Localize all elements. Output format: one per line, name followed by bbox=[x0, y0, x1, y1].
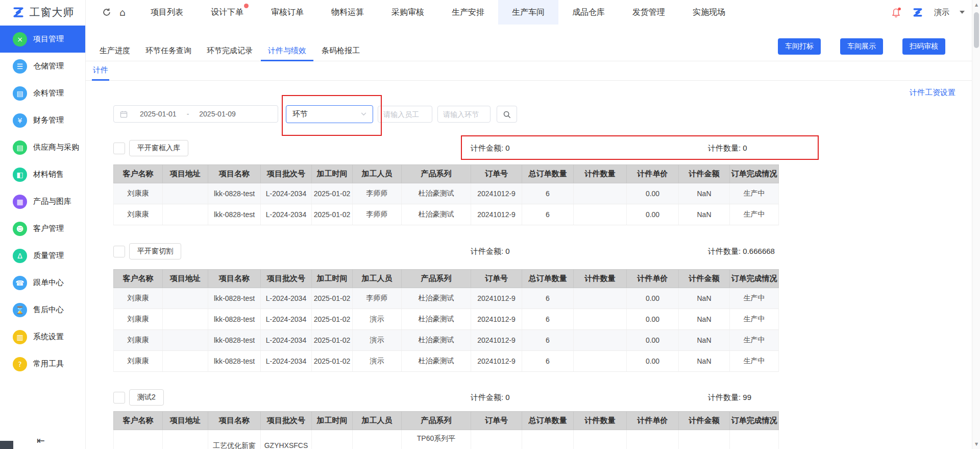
column-header: 订单号 bbox=[471, 412, 522, 430]
user-avatar[interactable] bbox=[912, 6, 924, 18]
nav-item-project-list[interactable]: 项目列表 bbox=[137, 0, 197, 25]
piecework-table-1: 客户名称项目地址项目名称项目批次号加工时间加工人员产品系列订单号总订单数量计件数… bbox=[113, 164, 779, 225]
tab-production-progress[interactable]: 生产进度 bbox=[92, 42, 137, 61]
sidebar-item-order-tracking[interactable]: ☎跟单中心 bbox=[0, 269, 85, 296]
date-separator: - bbox=[187, 110, 189, 118]
table-cell: 6 bbox=[522, 204, 574, 225]
collapse-sidebar-icon[interactable]: ⇤ bbox=[37, 435, 45, 446]
table-cell: 杜治豪测试 bbox=[402, 288, 471, 309]
nav-item-review-order[interactable]: 审核订单 bbox=[257, 0, 317, 25]
table-cell: lkk-0828-test bbox=[208, 309, 261, 330]
piece-qty-stat: 计件数量: 99 bbox=[708, 387, 751, 408]
group-button-test2[interactable]: 测试2 bbox=[129, 389, 164, 406]
sidebar-item-surplus-material[interactable]: ▤余料管理 bbox=[0, 80, 85, 107]
action-button-workshop-display[interactable]: 车间展示 bbox=[840, 38, 883, 55]
finance-management-icon: ¥ bbox=[13, 113, 27, 128]
sidebar-item-quality-management[interactable]: Δ质量管理 bbox=[0, 242, 85, 269]
nav-item-purchase-review[interactable]: 采购审核 bbox=[378, 0, 438, 25]
supplier-purchase-icon: ▤ bbox=[13, 140, 27, 155]
group-checkbox[interactable] bbox=[113, 143, 125, 154]
sidebar-item-common-tools[interactable]: ?常用工具 bbox=[0, 350, 85, 377]
table-cell: 杜治豪测试 bbox=[402, 309, 471, 330]
sidebar-item-customer-management[interactable]: ☻客户管理 bbox=[0, 215, 85, 242]
tab-piecework[interactable]: 计件 bbox=[92, 61, 109, 81]
user-name[interactable]: 演示 bbox=[934, 8, 949, 17]
sidebar-item-finance-management[interactable]: ¥财务管理 bbox=[0, 107, 85, 134]
table-cell: lkk-0828-test bbox=[208, 204, 261, 225]
sidebar-item-label: 仓储管理 bbox=[33, 61, 64, 71]
tab-barcode-gun-report[interactable]: 条码枪报工 bbox=[314, 42, 367, 61]
chevron-down-icon[interactable] bbox=[960, 11, 965, 14]
stage-input[interactable] bbox=[437, 106, 491, 123]
nav-item-production-schedule[interactable]: 生产安排 bbox=[438, 0, 498, 25]
nav-item-finished-warehouse[interactable]: 成品仓库 bbox=[558, 0, 619, 25]
sidebar-item-warehouse-management[interactable]: ☰仓储管理 bbox=[0, 53, 85, 80]
column-header: 订单完成情况 bbox=[730, 270, 779, 288]
table-cell: 刘康康 bbox=[114, 288, 163, 309]
action-button-scan-review[interactable]: 扫码审核 bbox=[902, 38, 945, 55]
table-cell bbox=[574, 204, 627, 225]
table-cell: 20241012-9 bbox=[471, 330, 522, 351]
table-cell bbox=[163, 430, 208, 449]
column-header: 计件金额 bbox=[679, 165, 730, 183]
table-cell: 杜治豪测试 bbox=[402, 330, 471, 351]
product-gallery-icon: ▦ bbox=[13, 195, 27, 209]
table-cell: 生产中 bbox=[730, 204, 779, 225]
action-buttons: 车间打标车间展示扫码审核 bbox=[778, 38, 945, 55]
sidebar-item-system-settings[interactable]: ▥系统设置 bbox=[0, 323, 85, 350]
group-button-frame-inbound[interactable]: 平开窗框入库 bbox=[129, 140, 188, 156]
nav-item-implementation-site[interactable]: 实施现场 bbox=[679, 0, 739, 25]
table-cell bbox=[574, 330, 627, 351]
search-button[interactable] bbox=[497, 106, 517, 123]
table-cell: 6 bbox=[522, 351, 574, 372]
sidebar-item-project-management[interactable]: ×项目管理 bbox=[0, 26, 85, 53]
tab-piecework-performance[interactable]: 计件与绩效 bbox=[261, 42, 313, 61]
column-header: 总订单数量 bbox=[522, 165, 574, 183]
scrollbar-thumb[interactable] bbox=[974, 12, 979, 48]
nav-item-label: 发货管理 bbox=[632, 7, 665, 18]
nav-item-material-calculation[interactable]: 物料运算 bbox=[317, 0, 378, 25]
table-cell bbox=[163, 183, 208, 204]
table-cell: 演示 bbox=[353, 330, 402, 351]
group-button-cutting[interactable]: 平开窗切割 bbox=[129, 243, 181, 259]
action-button-workshop-marking[interactable]: 车间打标 bbox=[778, 38, 821, 55]
sidebar-item-product-gallery[interactable]: ▦产品与图库 bbox=[0, 188, 85, 215]
tab-stage-task-query[interactable]: 环节任务查询 bbox=[138, 42, 199, 61]
scroll-down-icon[interactable]: ▼ bbox=[972, 442, 980, 446]
table-cell bbox=[574, 430, 627, 449]
tab-stage-finish-record[interactable]: 环节完成记录 bbox=[200, 42, 260, 61]
vertical-scrollbar[interactable]: ▲ ▼ bbox=[972, 0, 980, 449]
table-cell bbox=[163, 351, 208, 372]
group-header-2: 平开窗切割 计件金额: 0 计件数量: 0.666668 bbox=[113, 241, 778, 262]
date-start-value[interactable]: 2025-01-01 bbox=[140, 110, 177, 118]
table-cell: 20241012-9 bbox=[471, 309, 522, 330]
date-end-value[interactable]: 2025-01-09 bbox=[199, 110, 236, 118]
date-range-picker[interactable]: 2025-01-01 - 2025-01-09 bbox=[113, 105, 278, 123]
nav-item-shipping-management[interactable]: 发货管理 bbox=[619, 0, 679, 25]
refresh-icon[interactable] bbox=[102, 8, 111, 17]
stage-select[interactable]: 环节 bbox=[286, 105, 373, 123]
sidebar-item-after-sales[interactable]: ⌛售后中心 bbox=[0, 296, 85, 323]
group-checkbox[interactable] bbox=[113, 246, 125, 257]
table-cell bbox=[163, 288, 208, 309]
nav-item-production-workshop[interactable]: 生产车间 bbox=[498, 0, 558, 25]
piece-wage-settings-link[interactable]: 计件工资设置 bbox=[910, 88, 955, 98]
notification-bell-icon[interactable] bbox=[891, 7, 901, 18]
tabs-list: 生产进度环节任务查询环节完成记录计件与绩效条码枪报工 bbox=[92, 42, 367, 61]
home-icon[interactable]: ⌂ bbox=[119, 7, 126, 18]
sidebar-item-supplier-purchase[interactable]: ▤供应商与采购 bbox=[0, 134, 85, 161]
corner-block bbox=[0, 441, 13, 449]
scroll-up-icon[interactable]: ▲ bbox=[972, 3, 980, 7]
table-cell: 6 bbox=[522, 330, 574, 351]
sidebar-item-material-sales[interactable]: ◧材料销售 bbox=[0, 161, 85, 188]
top-bar: 工窗大师 ⌂ 项目列表设计下单审核订单物料运算采购审核生产安排生产车间成品仓库发… bbox=[0, 0, 980, 25]
column-header: 计件数量 bbox=[574, 165, 627, 183]
employee-input[interactable] bbox=[378, 106, 432, 123]
nav-item-design-order[interactable]: 设计下单 bbox=[197, 0, 257, 25]
group-checkbox[interactable] bbox=[113, 392, 125, 404]
table-cell: 0.00 bbox=[627, 288, 679, 309]
table-cell bbox=[574, 288, 627, 309]
column-header: 订单完成情况 bbox=[730, 165, 779, 183]
table-cell: 杜治豪测试 bbox=[402, 204, 471, 225]
after-sales-icon: ⌛ bbox=[13, 303, 27, 317]
